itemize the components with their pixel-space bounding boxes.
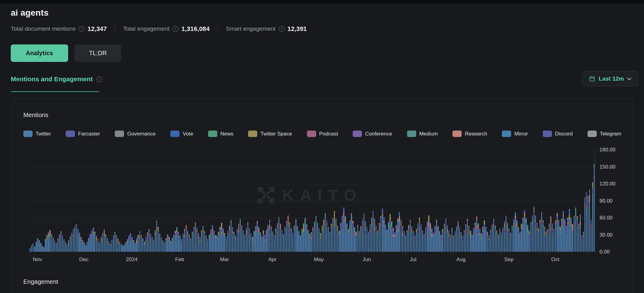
- mentions-bar[interactable]: [379, 223, 380, 252]
- mentions-bar[interactable]: [578, 223, 579, 252]
- mentions-bar[interactable]: [229, 226, 230, 252]
- mentions-bar[interactable]: [111, 240, 112, 252]
- mentions-bar[interactable]: [59, 234, 60, 252]
- legend-item-telegram[interactable]: Telegram: [588, 131, 621, 137]
- info-icon[interactable]: i: [173, 26, 178, 32]
- mentions-bar[interactable]: [196, 228, 197, 252]
- mentions-bar[interactable]: [322, 226, 323, 252]
- mentions-bar[interactable]: [172, 238, 173, 252]
- mentions-bar[interactable]: [204, 231, 205, 252]
- mentions-bar[interactable]: [316, 216, 316, 252]
- mentions-bar[interactable]: [80, 237, 81, 252]
- mentions-bar[interactable]: [371, 218, 372, 252]
- mentions-bar[interactable]: [377, 231, 378, 252]
- mentions-bar[interactable]: [124, 245, 125, 252]
- mentions-bar[interactable]: [404, 231, 405, 252]
- mentions-bar[interactable]: [200, 237, 200, 252]
- mentions-bar[interactable]: [311, 232, 312, 252]
- mentions-bar[interactable]: [244, 235, 245, 252]
- mentions-bar[interactable]: [524, 210, 525, 252]
- mentions-bar[interactable]: [278, 217, 279, 252]
- mentions-bar[interactable]: [57, 238, 58, 252]
- mentions-bar[interactable]: [586, 192, 587, 252]
- mentions-bar[interactable]: [419, 218, 420, 252]
- mentions-bar[interactable]: [448, 230, 449, 252]
- mentions-bar[interactable]: [68, 240, 69, 252]
- mentions-bar[interactable]: [533, 206, 534, 252]
- mentions-bar[interactable]: [82, 240, 83, 252]
- mentions-bar[interactable]: [189, 235, 190, 252]
- mentions-bar[interactable]: [515, 212, 516, 252]
- mentions-bar[interactable]: [254, 231, 254, 252]
- legend-item-conference[interactable]: Conference: [353, 131, 392, 137]
- mentions-plot[interactable]: KAITO 180.00150.00120.0090.0060.0030.000…: [29, 150, 595, 252]
- mentions-bar[interactable]: [490, 230, 491, 252]
- mentions-bar[interactable]: [535, 215, 536, 252]
- mentions-bar[interactable]: [210, 230, 211, 252]
- mentions-bar[interactable]: [51, 234, 52, 252]
- mentions-bar[interactable]: [368, 232, 369, 252]
- mentions-bar[interactable]: [370, 224, 370, 252]
- mentions-bar[interactable]: [224, 233, 225, 252]
- mentions-bar[interactable]: [433, 233, 434, 252]
- legend-item-vote[interactable]: Vote: [170, 131, 193, 137]
- mentions-bar[interactable]: [305, 218, 305, 252]
- mentions-bar[interactable]: [165, 238, 166, 252]
- mentions-bar[interactable]: [355, 232, 356, 252]
- mentions-bar[interactable]: [201, 230, 202, 252]
- mentions-bar[interactable]: [572, 224, 573, 252]
- mentions-bar[interactable]: [496, 230, 497, 252]
- mentions-bar[interactable]: [54, 241, 55, 252]
- legend-item-discord[interactable]: Discord: [543, 131, 573, 137]
- mentions-bar[interactable]: [407, 230, 408, 252]
- mentions-bar[interactable]: [33, 244, 33, 252]
- mentions-bar[interactable]: [138, 235, 138, 252]
- mentions-bar[interactable]: [414, 235, 415, 252]
- mentions-bar[interactable]: [179, 236, 180, 252]
- mentions-bar[interactable]: [187, 230, 188, 252]
- mentions-bar[interactable]: [383, 217, 384, 252]
- mentions-bar[interactable]: [232, 227, 233, 252]
- mentions-bar[interactable]: [101, 237, 102, 252]
- mentions-bar[interactable]: [530, 222, 531, 252]
- mentions-bar[interactable]: [227, 231, 228, 252]
- mentions-bar[interactable]: [141, 235, 142, 252]
- mentions-bar[interactable]: [323, 219, 324, 252]
- mentions-bar[interactable]: [360, 226, 361, 252]
- mentions-bar[interactable]: [549, 223, 550, 252]
- mentions-bar[interactable]: [365, 221, 366, 252]
- mentions-bar[interactable]: [396, 225, 397, 252]
- mentions-bar[interactable]: [85, 245, 86, 252]
- legend-item-twitter[interactable]: Twitter: [23, 131, 51, 137]
- mentions-bar[interactable]: [425, 227, 426, 252]
- mentions-bar[interactable]: [116, 235, 117, 252]
- mentions-bar[interactable]: [450, 235, 451, 252]
- legend-item-news[interactable]: News: [208, 131, 234, 137]
- mentions-bar[interactable]: [561, 219, 562, 252]
- mentions-bar[interactable]: [155, 230, 156, 252]
- mentions-bar[interactable]: [439, 231, 440, 252]
- mentions-bar[interactable]: [195, 222, 196, 252]
- mentions-bar[interactable]: [181, 239, 182, 252]
- legend-item-medium[interactable]: Medium: [407, 131, 438, 137]
- mentions-bar[interactable]: [399, 212, 400, 252]
- mentions-bar[interactable]: [332, 218, 333, 252]
- mentions-bar[interactable]: [431, 228, 432, 252]
- mentions-bar[interactable]: [337, 226, 338, 252]
- mentions-bar[interactable]: [122, 246, 123, 252]
- mentions-bar[interactable]: [237, 229, 238, 252]
- mentions-bar[interactable]: [417, 223, 418, 252]
- mentions-bar[interactable]: [385, 224, 386, 252]
- mentions-bar[interactable]: [526, 218, 526, 252]
- mentions-bar[interactable]: [544, 227, 545, 252]
- mentions-bar[interactable]: [540, 220, 541, 252]
- mentions-bar[interactable]: [271, 226, 272, 252]
- mentions-bar[interactable]: [557, 213, 557, 252]
- mentions-bar[interactable]: [583, 232, 584, 252]
- mentions-bar[interactable]: [410, 220, 411, 252]
- mentions-bar[interactable]: [334, 211, 335, 252]
- tab-analytics[interactable]: Analytics: [11, 44, 68, 62]
- mentions-bar[interactable]: [113, 236, 114, 252]
- mentions-bar[interactable]: [267, 225, 268, 252]
- mentions-bar[interactable]: [134, 243, 135, 252]
